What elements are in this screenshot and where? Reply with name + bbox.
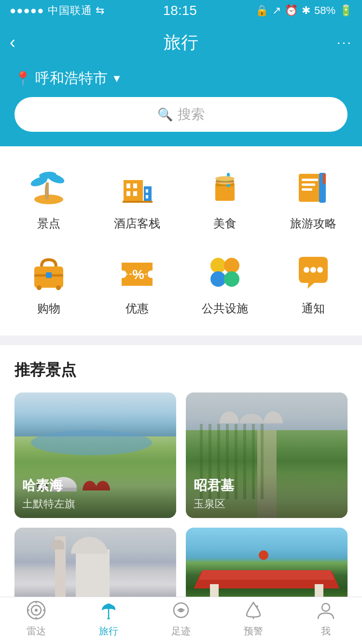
svg-rect-5	[124, 180, 143, 202]
spots-grid: 哈素海 土默特左旗 昭君墓 玉泉区	[14, 392, 348, 528]
svg-point-34	[210, 258, 226, 273]
nav-bar: ‹ 旅行 ···	[0, 21, 362, 64]
category-meishi[interactable]: 美食	[181, 161, 269, 246]
spot-card-hasuhan[interactable]: 哈素海 土默特左旗	[14, 392, 176, 518]
current-location: 呼和浩特市	[35, 69, 108, 88]
spot-name-1: 哈素海	[22, 476, 168, 495]
category-gonglue-label: 旅游攻略	[290, 216, 336, 231]
svg-point-53	[322, 603, 330, 611]
search-bar[interactable]: 🔍 搜索	[14, 97, 348, 132]
svg-point-20	[215, 176, 235, 181]
guide-icon	[292, 166, 335, 209]
spot-info-2: 昭君墓 玉泉区	[186, 462, 348, 518]
more-button[interactable]: ···	[337, 35, 352, 50]
chevron-down-icon: ▼	[111, 72, 122, 85]
category-gouwu-label: 购物	[37, 301, 60, 316]
alert-icon	[242, 599, 265, 622]
palm-icon	[27, 166, 70, 209]
svg-rect-9	[133, 191, 137, 196]
page-title: 旅行	[164, 31, 198, 55]
facility-icon	[203, 251, 247, 294]
svg-point-52	[256, 605, 258, 607]
travel-icon	[97, 599, 120, 622]
category-meishi-label: 美食	[213, 216, 237, 231]
tab-travel-label: 旅行	[99, 625, 118, 638]
bluetooth-icon: ✱	[302, 4, 310, 17]
header-section: 📍 呼和浩特市 ▼ 🔍 搜索	[0, 64, 362, 146]
search-icon: 🔍	[157, 107, 173, 122]
svg-point-36	[210, 271, 226, 287]
svg-point-40	[317, 267, 323, 273]
categories-grid: 景点 酒店客栈	[5, 161, 357, 331]
signal-indicator: ●●●●● 中国联通 ⇆	[10, 3, 105, 18]
search-placeholder: 搜索	[178, 105, 205, 124]
back-button[interactable]: ‹	[10, 32, 15, 53]
spot-name-2: 昭君墓	[194, 476, 340, 495]
categories-section: 景点 酒店客栈	[0, 146, 362, 336]
location-pin-icon: 📍	[14, 70, 31, 86]
lock-icon: 🔒	[255, 4, 268, 17]
svg-point-43	[35, 609, 38, 612]
svg-point-39	[310, 267, 316, 273]
tab-me-label: 我	[321, 625, 331, 638]
tab-travel[interactable]: 旅行	[72, 599, 145, 638]
svg-point-29	[37, 285, 42, 290]
alarm-icon: ⏰	[285, 4, 298, 17]
svg-rect-8	[126, 191, 130, 196]
notify-icon	[292, 251, 335, 294]
tab-me[interactable]: 我	[290, 599, 362, 638]
svg-rect-6	[126, 183, 130, 188]
category-jingdian[interactable]: 景点	[5, 161, 93, 246]
category-jiudian-label: 酒店客栈	[114, 216, 160, 231]
category-jingdian-label: 景点	[37, 216, 60, 231]
category-youhui-label: 优惠	[125, 301, 149, 316]
svg-point-30	[56, 285, 61, 290]
footprint-icon	[169, 599, 193, 622]
me-icon	[314, 599, 337, 622]
svg-rect-25	[302, 188, 312, 191]
spot-card-zhaojunmu[interactable]: 昭君墓 玉泉区	[186, 392, 348, 518]
svg-rect-13	[123, 201, 153, 203]
svg-point-50	[180, 609, 182, 612]
category-gouwu[interactable]: 购物	[5, 246, 93, 331]
svg-rect-7	[133, 183, 137, 188]
svg-point-35	[224, 258, 239, 273]
svg-point-37	[224, 271, 239, 287]
battery-label: 58%	[314, 4, 335, 17]
battery-icon: 🔋	[339, 4, 352, 17]
radar-icon	[25, 599, 48, 622]
tab-radar-label: 雷达	[27, 625, 46, 638]
spot-location-1: 土默特左旗	[22, 497, 168, 511]
tab-radar[interactable]: 雷达	[0, 599, 72, 638]
svg-rect-11	[146, 189, 148, 193]
tab-alert-label: 预警	[244, 625, 263, 638]
category-tongzhi-label: 通知	[302, 301, 325, 316]
category-jiudian[interactable]: 酒店客栈	[93, 161, 181, 246]
location-icon: ↗	[272, 4, 281, 17]
food-icon	[203, 166, 247, 209]
coupon-icon: %	[115, 251, 159, 294]
svg-rect-10	[144, 186, 152, 202]
spot-location-2: 玉泉区	[194, 497, 340, 511]
section-separator	[0, 336, 362, 345]
svg-rect-23	[302, 179, 318, 181]
status-bar: ●●●●● 中国联通 ⇆ 18:15 🔒 ↗ ⏰ ✱ 58% 🔋	[0, 0, 362, 21]
battery-area: 🔒 ↗ ⏰ ✱ 58% 🔋	[255, 4, 352, 17]
svg-rect-12	[146, 195, 148, 198]
svg-rect-31	[46, 272, 52, 278]
category-tongzhi[interactable]: 通知	[269, 246, 358, 331]
hotel-icon	[115, 166, 159, 209]
tab-alert[interactable]: 预警	[217, 599, 290, 638]
tab-bar: 雷达 旅行 足迹	[0, 597, 362, 644]
category-gonggong-label: 公共设施	[202, 301, 248, 316]
tab-footprint[interactable]: 足迹	[145, 599, 217, 638]
time-display: 18:15	[163, 3, 197, 18]
category-gonggong[interactable]: 公共设施	[181, 246, 269, 331]
category-youhui[interactable]: % 优惠	[93, 246, 181, 331]
recommended-title: 推荐景点	[14, 360, 348, 381]
location-selector[interactable]: 📍 呼和浩特市 ▼	[14, 69, 348, 88]
svg-rect-24	[302, 183, 315, 186]
spot-info-1: 哈素海 土默特左旗	[14, 462, 176, 518]
shop-icon	[27, 251, 70, 294]
category-gonglue[interactable]: 旅游攻略	[269, 161, 358, 246]
